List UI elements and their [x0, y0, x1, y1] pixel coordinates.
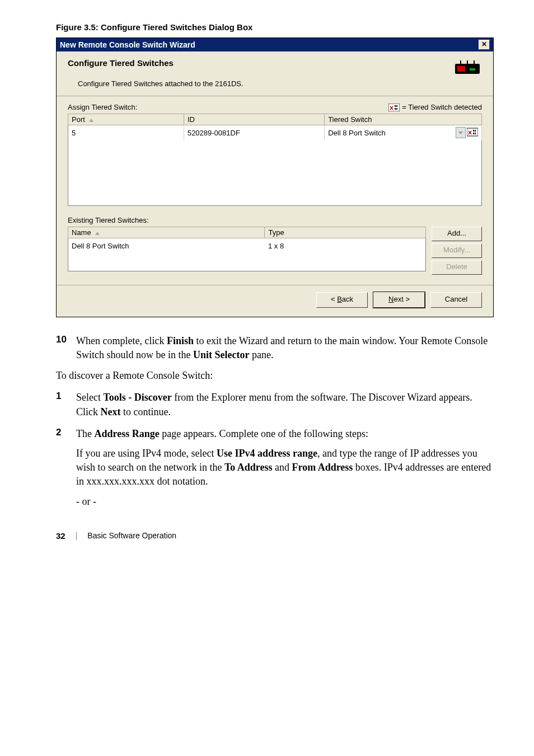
svg-rect-6 — [395, 108, 396, 110]
col-id[interactable]: ID — [184, 114, 324, 125]
svg-rect-2 — [470, 68, 475, 71]
section-title: Basic Software Operation — [87, 531, 176, 540]
close-icon: ✕ — [481, 40, 487, 48]
step-number: 10 — [56, 334, 76, 362]
col-type[interactable]: Type — [265, 227, 426, 238]
discover-intro: To discover a Remote Console Switch: — [56, 370, 495, 382]
svg-rect-8 — [467, 128, 478, 136]
cell-tiered-switch: Dell 8 Port Switch — [328, 129, 386, 137]
existing-tiered-label: Existing Tiered Switches: — [68, 216, 482, 224]
delete-button[interactable]: Delete — [432, 260, 482, 275]
figure-caption: Figure 3.5: Configure Tiered Switches Di… — [56, 22, 495, 32]
add-button[interactable]: Add... — [432, 227, 482, 241]
svg-rect-5 — [396, 105, 397, 107]
col-port[interactable]: Port — [68, 114, 184, 125]
svg-rect-7 — [396, 108, 397, 110]
svg-rect-1 — [457, 66, 465, 72]
svg-rect-12 — [475, 133, 476, 134]
sort-asc-icon — [89, 119, 93, 122]
existing-tiered-table: Name Type Dell 8 Port Switch — [68, 227, 426, 271]
page-footer: 32 | Basic Software Operation — [56, 531, 495, 541]
col-name[interactable]: Name — [68, 227, 265, 238]
dialog-header-subtitle: Configure Tiered Switches attached to th… — [78, 79, 482, 88]
col-tiered[interactable]: Tiered Switch — [325, 114, 482, 125]
wizard-dialog: New Remote Console Switch Wizard ✕ Confi… — [56, 37, 494, 317]
cancel-button[interactable]: Cancel — [430, 292, 482, 308]
cell-id: 520289-0081DF — [184, 125, 324, 141]
footer-separator: | — [76, 531, 78, 540]
col-port-label: Port — [72, 115, 85, 124]
switch-device-icon — [453, 58, 482, 76]
table-row[interactable]: 5 520289-0081DF Dell 8 Port Switch — [68, 125, 482, 141]
col-id-label: ID — [188, 115, 195, 124]
assign-tiered-table: Port ID Tiered Switch 5 5202 — [68, 114, 482, 206]
step-number: 2 — [56, 427, 76, 509]
col-tiered-label: Tiered Switch — [328, 115, 372, 124]
tiered-detected-row-icon — [467, 127, 478, 139]
dialog-header-title: Configure Tiered Switches — [68, 58, 174, 68]
close-button[interactable]: ✕ — [479, 40, 490, 50]
page-number: 32 — [56, 531, 65, 541]
tiered-switch-dropdown[interactable] — [456, 127, 466, 138]
legend-text: = Tiered Switch detected — [402, 103, 482, 111]
back-button[interactable]: < Back — [316, 292, 368, 308]
step-1-text: Select Tools - Discover from the Explore… — [76, 391, 495, 419]
divider — [57, 96, 493, 96]
legend: = Tiered Switch detected — [388, 103, 482, 111]
sort-asc-icon — [95, 232, 100, 235]
cell-type: 1 x 8 — [265, 238, 426, 253]
svg-rect-3 — [388, 104, 400, 111]
svg-rect-10 — [475, 130, 476, 132]
step-2-text: The Address Range page appears. Complete… — [76, 427, 495, 509]
assign-tiered-label: Assign Tiered Switch: — [68, 103, 137, 111]
cell-port: 5 — [68, 125, 184, 141]
svg-rect-9 — [473, 130, 474, 132]
titlebar: New Remote Console Switch Wizard ✕ — [57, 38, 493, 51]
table-row[interactable]: Dell 8 Port Switch 1 x 8 — [68, 238, 426, 253]
next-button[interactable]: Next > — [373, 292, 425, 308]
dialog-title: New Remote Console Switch Wizard — [60, 40, 195, 49]
svg-rect-4 — [395, 105, 396, 107]
svg-rect-11 — [473, 133, 474, 134]
tiered-detected-icon — [388, 104, 400, 111]
step-number: 1 — [56, 391, 76, 419]
cell-name: Dell 8 Port Switch — [68, 238, 265, 253]
step-10-text: When complete, click Finish to exit the … — [76, 334, 495, 362]
col-type-label: Type — [268, 228, 284, 237]
modify-button[interactable]: Modify... — [432, 243, 482, 258]
col-name-label: Name — [72, 228, 91, 237]
